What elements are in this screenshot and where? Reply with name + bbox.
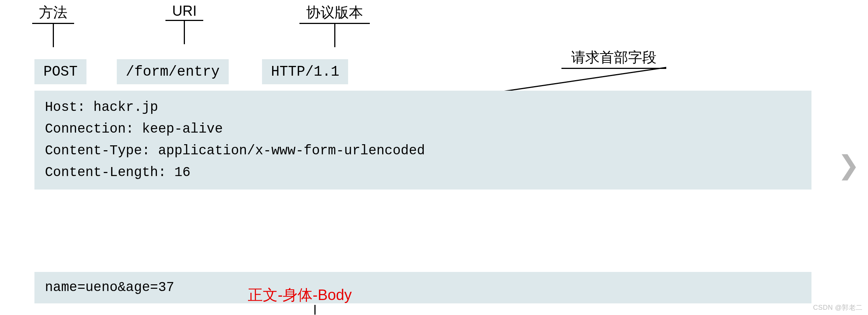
chip-uri-text: /form/entry: [126, 64, 220, 80]
label-method-text: 方法: [32, 3, 74, 24]
chevron-right-icon[interactable]: ❯: [838, 150, 860, 181]
label-body-annotation-text: 正文-身体-Body: [248, 287, 352, 303]
label-version-text: 协议版本: [299, 3, 370, 24]
connector-stem: [334, 24, 335, 47]
label-uri-text: URI: [165, 3, 203, 21]
label-method: 方法: [32, 3, 74, 47]
chip-uri: /form/entry: [117, 59, 229, 84]
label-header-fields: 请求首部字段: [561, 48, 666, 69]
connector-diagonal: [498, 66, 670, 94]
label-uri: URI: [165, 3, 203, 44]
label-version: 协议版本: [299, 3, 370, 47]
chip-method-text: POST: [43, 64, 77, 80]
connector-stem: [314, 305, 316, 315]
chip-version-text: HTTP/1.1: [271, 64, 339, 80]
block-body-text: name=ueno&age=37: [45, 280, 174, 295]
chip-method: POST: [34, 59, 86, 84]
connector-stem: [184, 21, 185, 44]
label-body-annotation: 正文-身体-Body: [248, 285, 352, 305]
label-header-fields-text: 请求首部字段: [561, 48, 666, 69]
svg-line-0: [498, 67, 666, 92]
block-body: name=ueno&age=37: [34, 272, 811, 303]
block-headers: Host: hackr.jp Connection: keep-alive Co…: [34, 91, 811, 190]
watermark-text: CSDN @郭老二: [813, 304, 863, 311]
watermark: CSDN @郭老二: [813, 303, 863, 312]
chip-version: HTTP/1.1: [262, 59, 348, 84]
connector-stem: [53, 24, 54, 47]
block-headers-text: Host: hackr.jp Connection: keep-alive Co…: [45, 100, 425, 180]
